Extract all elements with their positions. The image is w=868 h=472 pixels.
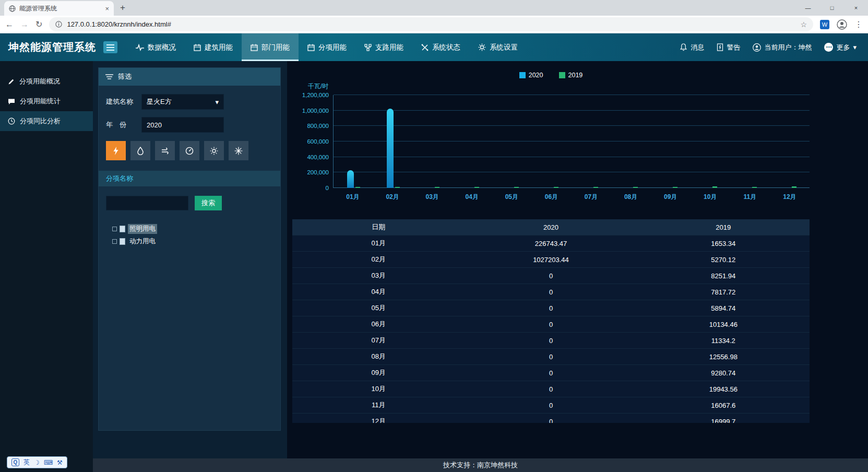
table-row: 01月226743.471653.34 (292, 235, 810, 252)
address-bar[interactable]: 127.0.0.1:8020/krznnh/index.html# ☆ (49, 17, 813, 31)
nav-item-subitem-energy[interactable]: 分项用能 (299, 33, 355, 61)
sidebar-item-yoy-analysis[interactable]: 分项同比分析 (0, 111, 93, 131)
tree-item-lighting[interactable]: 照明用电 (112, 224, 280, 234)
ime-logo-icon[interactable]: Q (11, 458, 19, 466)
messages-button[interactable]: 消息 (680, 43, 704, 52)
nav-item-system-status[interactable]: 系统状态 (412, 33, 469, 61)
water-button[interactable] (130, 141, 150, 160)
nav-item-branch-energy[interactable]: 支路用能 (355, 33, 412, 61)
topbar-right: 消息 警告 当前用户：坤然 ⋯ 更多 ▾ (680, 43, 868, 52)
legend-2020[interactable]: 2020 (519, 72, 543, 79)
meter-button[interactable] (180, 141, 199, 160)
back-icon[interactable]: ← (5, 20, 14, 29)
user-icon (753, 43, 761, 52)
ime-halfwidth-icon[interactable]: ☽ (34, 459, 40, 466)
site-info-icon[interactable] (55, 21, 62, 28)
usage-table: 日期2020201901月226743.471653.3402月1027203.… (292, 219, 810, 423)
legend-2019[interactable]: 2019 (559, 72, 583, 79)
table-cell: 06月 (292, 316, 465, 332)
chart-x-labels: 01月02月03月04月05月06月07月08月09月10月11月12月 (333, 193, 810, 202)
branch-icon (364, 44, 372, 51)
table-cell: 5894.74 (637, 300, 810, 316)
tree-checkbox[interactable] (112, 239, 117, 244)
nav-item-building-energy[interactable]: 建筑用能 (185, 33, 242, 61)
chart-bar-2019 (554, 187, 558, 188)
current-user-button[interactable]: 当前用户：坤然 (753, 43, 812, 52)
cooling-button[interactable] (229, 141, 248, 160)
more-label: 更多 (836, 43, 850, 52)
table-cell: 0 (465, 381, 637, 397)
table-cell: 1027203.44 (465, 252, 637, 267)
electricity-button[interactable] (106, 141, 126, 160)
x-axis-tick-label: 01月 (333, 193, 373, 202)
filter-column: 筛选 建筑名称 星火E方 ▾ 年 份 (93, 61, 287, 458)
extension-icon[interactable]: W (820, 20, 829, 29)
table-cell: 10134.46 (637, 316, 810, 332)
nav-item-data-overview[interactable]: 数据概况 (127, 33, 185, 61)
browser-titlebar: 能源管理系统 × + — □ × (0, 0, 868, 16)
refresh-icon[interactable]: ↻ (35, 20, 42, 29)
app-title: 坤然能源管理系统 (8, 40, 96, 54)
document-icon (120, 226, 125, 232)
pulse-icon (136, 44, 144, 51)
building-icon (251, 44, 258, 51)
table-cell: 0 (465, 268, 637, 284)
nav-item-department-energy[interactable]: 部门用能 (242, 33, 299, 61)
search-button[interactable]: 搜索 (195, 196, 222, 210)
bookmark-star-icon[interactable]: ☆ (800, 20, 807, 29)
solar-button[interactable] (204, 141, 224, 160)
tools-icon (421, 44, 429, 51)
x-axis-tick-label: 06月 (531, 193, 571, 202)
bolt-icon (112, 147, 120, 155)
year-label: 年 份 (106, 120, 135, 129)
globe-icon (9, 5, 16, 12)
close-button[interactable]: × (844, 0, 868, 16)
x-axis-tick-label: 11月 (730, 193, 770, 202)
ime-keyboard-icon[interactable]: ⌨ (44, 459, 53, 466)
gear-icon (478, 43, 486, 51)
nav-item-system-settings[interactable]: 系统设置 (469, 33, 527, 61)
nav-label: 系统设置 (490, 43, 518, 52)
building-icon (194, 44, 201, 51)
chart-bar-2019 (355, 187, 360, 188)
tree-checkbox[interactable] (112, 227, 117, 231)
chart-bar-2019 (474, 187, 479, 188)
table-cell: 0 (465, 284, 637, 300)
content-row: 筛选 建筑名称 星火E方 ▾ 年 份 (93, 61, 868, 458)
building-select-value: 星火E方 (147, 97, 172, 107)
url-text[interactable]: 127.0.0.1:8020/krznnh/index.html# (67, 20, 795, 28)
ime-toolbar[interactable]: Q 英 ☽ ⌨ ⚒ (7, 456, 67, 468)
more-button[interactable]: ⋯ 更多 ▾ (824, 43, 857, 52)
filter-form: 建筑名称 星火E方 ▾ 年 份 (99, 86, 280, 171)
table-row: 10月019943.56 (292, 381, 810, 397)
ime-language-toggle[interactable]: 英 (23, 458, 30, 467)
table-row: 11月016067.6 (292, 397, 810, 414)
maximize-button[interactable]: □ (820, 0, 844, 16)
table-cell: 0 (465, 300, 637, 316)
chart-month-group (572, 95, 611, 188)
wind-icon (161, 147, 169, 155)
table-cell: 09月 (292, 365, 465, 381)
forward-icon[interactable]: → (20, 20, 29, 29)
ime-settings-icon[interactable]: ⚒ (57, 459, 63, 466)
gas-button[interactable] (155, 141, 175, 160)
building-select[interactable]: 星火E方 ▾ (141, 94, 224, 110)
new-tab-button[interactable]: + (120, 3, 125, 13)
subitem-search-input[interactable] (106, 196, 188, 210)
sidebar-item-statistics[interactable]: 分项用能统计 (0, 91, 93, 111)
tab-close-icon[interactable]: × (105, 5, 109, 13)
year-input[interactable] (141, 117, 224, 133)
sidebar-item-overview[interactable]: 分项用能概况 (0, 72, 93, 91)
alerts-button[interactable]: 警告 (717, 43, 740, 52)
x-axis-tick-label: 02月 (373, 193, 412, 202)
x-axis-tick-label: 05月 (492, 193, 531, 202)
browser-menu-icon[interactable]: ⋮ (854, 20, 863, 29)
chart-bar-2019 (395, 187, 400, 188)
profile-avatar[interactable] (836, 19, 848, 30)
browser-tab[interactable]: 能源管理系统 × (4, 1, 114, 16)
right-column: 筛选 建筑名称 星火E方 ▾ 年 份 (93, 61, 868, 472)
x-axis-tick-label: 12月 (770, 193, 810, 202)
sidebar-toggle-button[interactable] (103, 41, 117, 53)
minimize-button[interactable]: — (796, 0, 820, 16)
tree-item-power[interactable]: 动力用电 (112, 237, 280, 246)
